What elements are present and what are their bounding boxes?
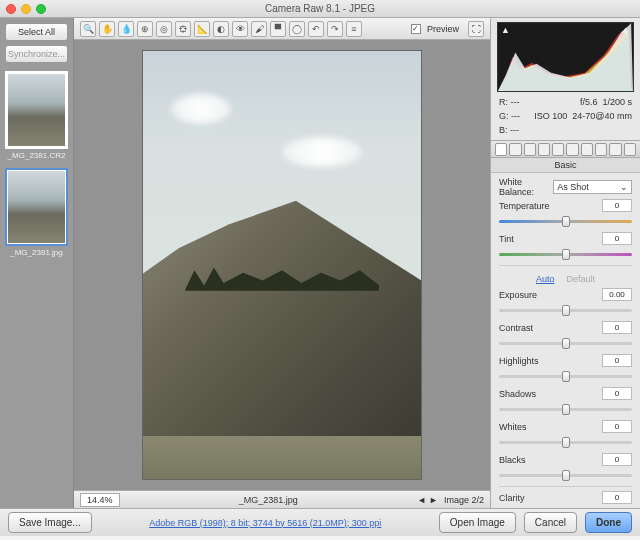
fullscreen-icon[interactable]: ⛶ (468, 21, 484, 37)
whites-value[interactable]: 0 (602, 420, 632, 433)
redeye-tool-icon[interactable]: 👁 (232, 21, 248, 37)
save-image-button[interactable]: Save Image... (8, 512, 92, 533)
whites-slider[interactable] (499, 435, 632, 449)
tint-value[interactable]: 0 (602, 232, 632, 245)
hand-tool-icon[interactable]: ✋ (99, 21, 115, 37)
tint-slider[interactable] (499, 247, 632, 261)
adjustments-panel: ▲ ▲ R: --- f/5.6 1/200 s G: --- ISO 100 … (490, 18, 640, 508)
canvas[interactable] (74, 40, 490, 490)
whites-label: Whites (499, 422, 602, 432)
target-adjust-icon[interactable]: ◎ (156, 21, 172, 37)
contrast-slider[interactable] (499, 336, 632, 350)
cancel-button[interactable]: Cancel (524, 512, 577, 533)
rotate-cw-icon[interactable]: ↷ (327, 21, 343, 37)
titlebar: Camera Raw 8.1 - JPEG (0, 0, 640, 18)
clarity-slider[interactable] (499, 506, 632, 508)
tab-lens[interactable] (566, 143, 578, 156)
zoom-level[interactable]: 14.4% (80, 493, 120, 507)
brush-tool-icon[interactable]: 🖌 (251, 21, 267, 37)
preview-label: Preview (427, 24, 459, 34)
color-sampler-icon[interactable]: ⊕ (137, 21, 153, 37)
thumbnail-label: _MG_2381.jpg (5, 248, 68, 257)
image-counter: Image 2/2 (444, 495, 484, 505)
thumbnail-label: _MG_2381.CR2 (5, 151, 68, 160)
camera-meta: R: --- f/5.6 1/200 s (491, 95, 640, 109)
select-all-button[interactable]: Select All (5, 23, 68, 41)
blacks-label: Blacks (499, 455, 602, 465)
filmstrip-sidebar: Select All Synchronize... _MG_2381.CR2 _… (0, 18, 74, 508)
tab-cal[interactable] (595, 143, 607, 156)
crop-tool-icon[interactable]: ⯐ (175, 21, 191, 37)
contrast-label: Contrast (499, 323, 602, 333)
exposure-slider[interactable] (499, 303, 632, 317)
straighten-tool-icon[interactable]: 📐 (194, 21, 210, 37)
spot-removal-icon[interactable]: ◐ (213, 21, 229, 37)
highlights-slider[interactable] (499, 369, 632, 383)
exposure-label: Exposure (499, 290, 602, 300)
nav-next-icon[interactable]: ► (429, 495, 438, 505)
zoom-tool-icon[interactable]: 🔍 (80, 21, 96, 37)
panel-tabs (491, 140, 640, 158)
status-bar: 14.4% _MG_2381.jpg ◄ ► Image 2/2 (74, 490, 490, 508)
rotate-ccw-icon[interactable]: ↶ (308, 21, 324, 37)
panel-title: Basic (491, 158, 640, 173)
exposure-value[interactable]: 0.00 (602, 288, 632, 301)
default-link[interactable]: Default (566, 274, 595, 284)
preview-checkbox[interactable]: ✓ (411, 24, 421, 34)
auto-link[interactable]: Auto (536, 274, 555, 284)
workflow-link[interactable]: Adobe RGB (1998); 8 bit; 3744 by 5616 (2… (149, 518, 381, 528)
shadows-value[interactable]: 0 (602, 387, 632, 400)
grad-filter-icon[interactable]: ▀ (270, 21, 286, 37)
tab-fx[interactable] (581, 143, 593, 156)
highlights-value[interactable]: 0 (602, 354, 632, 367)
open-image-button[interactable]: Open Image (439, 512, 516, 533)
chevron-down-icon: ⌄ (620, 182, 628, 192)
synchronize-button[interactable]: Synchronize... (5, 45, 68, 63)
wb-label: White Balance: (499, 177, 553, 197)
wb-select[interactable]: As Shot⌄ (553, 180, 632, 194)
radial-filter-icon[interactable]: ◯ (289, 21, 305, 37)
temperature-value[interactable]: 0 (602, 199, 632, 212)
tab-hsl[interactable] (538, 143, 550, 156)
camera-meta: B: --- (491, 123, 640, 137)
thumbnail[interactable] (5, 71, 68, 149)
tab-presets[interactable] (609, 143, 621, 156)
shadows-slider[interactable] (499, 402, 632, 416)
photo-preview (142, 50, 422, 480)
tab-basic[interactable] (495, 143, 507, 156)
blacks-slider[interactable] (499, 468, 632, 482)
thumbnail[interactable] (5, 168, 68, 246)
toolbar: 🔍 ✋ 💧 ⊕ ◎ ⯐ 📐 ◐ 👁 🖌 ▀ ◯ ↶ ↷ ≡ ✓ Preview … (74, 18, 490, 40)
blacks-value[interactable]: 0 (602, 453, 632, 466)
clarity-label: Clarity (499, 493, 602, 503)
thumbnail-image (8, 171, 65, 243)
tint-label: Tint (499, 234, 602, 244)
histogram[interactable]: ▲ ▲ (497, 22, 634, 92)
status-filename: _MG_2381.jpg (120, 495, 418, 505)
window-title: Camera Raw 8.1 - JPEG (0, 3, 640, 14)
footer: Save Image... Adobe RGB (1998); 8 bit; 3… (0, 508, 640, 536)
contrast-value[interactable]: 0 (602, 321, 632, 334)
prefs-icon[interactable]: ≡ (346, 21, 362, 37)
done-button[interactable]: Done (585, 512, 632, 533)
highlights-label: Highlights (499, 356, 602, 366)
clarity-value[interactable]: 0 (602, 491, 632, 504)
thumbnail-image (8, 74, 65, 146)
preview-area: 🔍 ✋ 💧 ⊕ ◎ ⯐ 📐 ◐ 👁 🖌 ▀ ◯ ↶ ↷ ≡ ✓ Preview … (74, 18, 490, 508)
tab-detail[interactable] (524, 143, 536, 156)
shadows-label: Shadows (499, 389, 602, 399)
tab-curve[interactable] (509, 143, 521, 156)
temperature-slider[interactable] (499, 214, 632, 228)
tab-snapshots[interactable] (624, 143, 636, 156)
camera-meta: G: --- ISO 100 24-70@40 mm (491, 109, 640, 123)
nav-prev-icon[interactable]: ◄ (417, 495, 426, 505)
wb-eyedropper-icon[interactable]: 💧 (118, 21, 134, 37)
temperature-label: Temperature (499, 201, 602, 211)
tab-split[interactable] (552, 143, 564, 156)
